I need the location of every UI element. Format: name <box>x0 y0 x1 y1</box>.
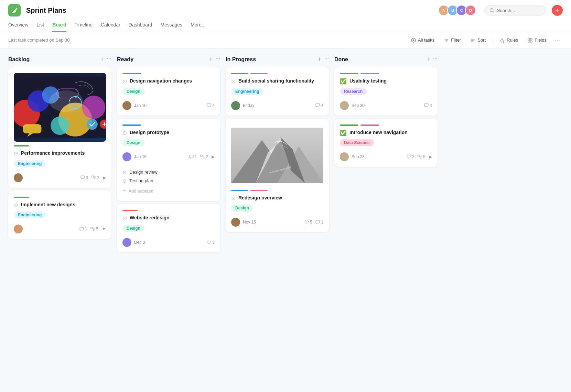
card-avatar-implement <box>14 225 23 233</box>
card-title-intro-nav: Introduce new navigation <box>349 129 408 136</box>
rules-button[interactable]: Rules <box>496 35 522 45</box>
like-count-website: 3 <box>207 240 215 245</box>
like-icon <box>304 220 309 225</box>
more-column-options-ready[interactable]: ··· <box>216 55 220 63</box>
card-tag-design-redesign[interactable]: Design <box>231 205 253 211</box>
card-footer-redesign: Nov 15 5 1 <box>231 218 323 227</box>
user-avatars: A B C D <box>438 5 476 16</box>
search-bar[interactable] <box>484 6 546 15</box>
card-date-design-nav: Jan 10 <box>134 103 204 108</box>
expand-icon-intro-nav[interactable]: ▶ <box>429 154 432 159</box>
card-footer-implement: 1 5 ▼ <box>14 225 106 233</box>
filter-button[interactable]: Filter <box>440 35 465 45</box>
header: Sprint Plans A B C D + Overview List Boa… <box>0 0 571 32</box>
color-bar-pink <box>250 73 268 74</box>
card-meta-design-nav: 4 <box>207 103 215 108</box>
card-tag-research[interactable]: Research <box>340 88 367 95</box>
card-meta-redesign: 5 1 <box>304 220 323 225</box>
card-avatar-social <box>231 101 240 110</box>
hero-image <box>14 73 106 142</box>
card-tag-engineering-social[interactable]: Engineering <box>231 88 263 95</box>
fields-button[interactable]: Fields <box>524 35 551 45</box>
search-icon <box>489 8 494 13</box>
card-avatar-intro-nav <box>340 152 349 161</box>
card-tag-design[interactable]: Design <box>122 88 144 95</box>
add-subtask-button[interactable]: + Add subtask <box>122 186 215 195</box>
card-date-intro-nav: Sep 23 <box>352 154 404 159</box>
more-options-button[interactable]: ··· <box>552 36 563 44</box>
subtask-count-implement: 5 <box>90 227 98 231</box>
column-title-done: Done <box>334 56 423 63</box>
toolbar-actions: All tasks Filter Sort Rules Fields ··· <box>407 35 563 45</box>
card-title-performance: Performance improvements <box>21 150 85 157</box>
comment-icon <box>315 220 320 225</box>
svg-rect-12 <box>528 38 530 40</box>
sort-icon <box>471 38 475 43</box>
card-title-social: Build social sharing functionality <box>238 78 314 85</box>
card-avatar-proto <box>122 152 131 161</box>
plus-icon: + <box>122 188 126 194</box>
card-tag-datascience[interactable]: Data Science <box>340 139 374 146</box>
like-count-redesign: 5 <box>304 220 312 225</box>
comment-count-usability: 4 <box>424 103 432 108</box>
svg-rect-15 <box>530 41 532 42</box>
comment-icon <box>189 155 194 159</box>
all-tasks-button[interactable]: All tasks <box>407 35 439 45</box>
card-title-row: ⊙ Performance improvements <box>14 150 106 160</box>
expand-icon[interactable]: ▶ <box>103 175 106 180</box>
add-column-item-done[interactable]: + <box>426 55 430 63</box>
tab-list[interactable]: List <box>36 19 44 32</box>
tab-calendar[interactable]: Calendar <box>101 19 120 32</box>
card-tag-engineering-2[interactable]: Engineering <box>14 211 46 218</box>
add-button[interactable]: + <box>552 5 563 16</box>
more-column-options-backlog[interactable]: ··· <box>107 55 111 63</box>
check-icon: ⊙ <box>122 215 127 221</box>
add-column-item-inprogress[interactable]: + <box>317 55 322 63</box>
card-footer-proto: Jan 16 1 2 ▶ <box>122 152 215 161</box>
more-column-options-inprogress[interactable]: ··· <box>324 55 329 63</box>
tab-more[interactable]: More... <box>191 19 206 32</box>
card-avatar-usability <box>340 101 349 110</box>
like-icon <box>207 240 211 244</box>
card-title-proto: Design prototype <box>130 129 169 136</box>
check-icon: ⊙ <box>14 150 18 157</box>
color-bar <box>122 210 138 211</box>
search-input[interactable] <box>497 8 538 13</box>
chevron-down-icon[interactable]: ▼ <box>102 227 106 231</box>
tab-overview[interactable]: Overview <box>8 19 28 32</box>
svg-point-22 <box>51 117 69 135</box>
comment-icon <box>315 103 320 108</box>
fields-icon <box>528 38 532 43</box>
color-bar-green <box>340 124 358 126</box>
svg-rect-38 <box>91 227 93 229</box>
card-title-row-usability: ✅ Usability testing <box>340 78 432 88</box>
svg-rect-57 <box>424 104 428 106</box>
svg-point-0 <box>16 8 17 9</box>
color-bars-design-proto <box>122 124 215 126</box>
avatar-4: D <box>465 5 476 16</box>
card-color-bars-implement <box>14 197 106 198</box>
color-bar-pink <box>360 73 379 74</box>
subtask-label-2: Testing plan <box>129 178 153 183</box>
card-tag-design-website[interactable]: Design <box>122 225 144 232</box>
check-icon: ⊙ <box>231 78 236 85</box>
tab-messages[interactable]: Messages <box>160 19 182 32</box>
subtask-count-proto: 2 <box>200 154 208 159</box>
card-redesign-overview: redesign overview ⊙ Redesign overview De… <box>226 119 329 232</box>
sort-button[interactable]: Sort <box>466 35 490 45</box>
color-bar-blue <box>231 73 248 74</box>
add-column-item-backlog[interactable]: + <box>100 55 104 63</box>
subtask-design-review: ⊙ Design review <box>122 168 215 176</box>
column-header-done: Done + ··· <box>334 55 438 63</box>
tab-timeline[interactable]: Timeline <box>75 19 93 32</box>
add-column-item-ready[interactable]: + <box>209 55 213 63</box>
nav-tabs: Overview List Board Timeline Calendar Da… <box>8 19 563 32</box>
column-header-inprogress: In Progress + ··· <box>226 55 329 63</box>
tab-dashboard[interactable]: Dashboard <box>129 19 152 32</box>
card-tag-design-proto[interactable]: Design <box>122 139 144 146</box>
subtask-label-1: Design review <box>129 170 158 175</box>
tab-board[interactable]: Board <box>52 19 66 32</box>
card-tag-engineering[interactable]: Engineering <box>14 160 46 167</box>
more-column-options-done[interactable]: ··· <box>433 55 438 63</box>
expand-icon-proto[interactable]: ▶ <box>212 154 215 159</box>
